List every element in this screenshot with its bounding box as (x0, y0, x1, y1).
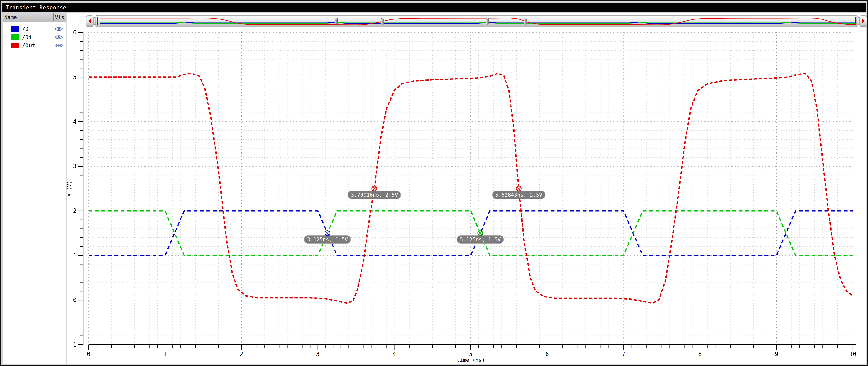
overview-thumb[interactable] (94, 16, 859, 27)
overview-marker-pin[interactable] (381, 18, 384, 25)
transient-response-window: Transient Response Name Vis /D/Di/Out -1… (0, 0, 868, 366)
signal-row-Out[interactable]: /Out (3, 41, 66, 50)
visibility-eye-icon[interactable] (55, 26, 63, 32)
signal-row-D[interactable]: /D (3, 25, 66, 33)
signal-panel: Name Vis /D/Di/Out (3, 12, 66, 364)
tree-stub (7, 37, 10, 37)
signal-color-swatch[interactable] (11, 34, 19, 40)
overview-marker-pin[interactable] (486, 18, 489, 25)
column-divider[interactable] (53, 13, 54, 21)
waveform-canvas (67, 12, 866, 364)
window-titlebar[interactable]: Transient Response (2, 3, 866, 12)
window-title: Transient Response (6, 4, 66, 10)
signal-panel-header: Name Vis (3, 13, 66, 22)
signal-list: /D/Di/Out (3, 25, 66, 50)
signal-color-swatch[interactable] (11, 43, 19, 48)
signal-row-Di[interactable]: /Di (3, 33, 66, 41)
overview-marker-pin[interactable] (524, 18, 527, 25)
signal-name-label[interactable]: /Di (22, 34, 32, 40)
signal-name-label[interactable]: /Out (22, 43, 35, 49)
scroll-right-button[interactable] (860, 16, 867, 27)
signal-name-label[interactable]: /D (22, 26, 29, 32)
tree-stub (7, 29, 10, 29)
vis-column-header[interactable]: Vis (55, 14, 64, 20)
scroll-left-button[interactable] (86, 16, 93, 27)
visibility-eye-icon[interactable] (55, 34, 63, 40)
overview-scrollbar[interactable] (86, 15, 868, 28)
tree-stub (7, 45, 10, 46)
overview-marker-pin[interactable] (335, 18, 338, 25)
visibility-eye-icon[interactable] (55, 43, 63, 48)
name-column-header[interactable]: Name (4, 14, 17, 20)
signal-color-swatch[interactable] (11, 26, 19, 32)
